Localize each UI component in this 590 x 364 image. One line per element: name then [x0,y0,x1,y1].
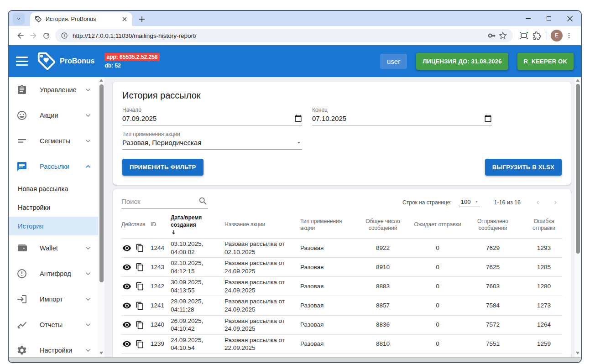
row-errors: 1293 [522,243,569,254]
row-waiting: 0 [412,338,466,349]
sidebar-item-import[interactable]: Импорт [9,286,98,312]
start-date-value[interactable]: 07.09.2025 [122,114,157,122]
new-tab-button[interactable] [136,13,148,25]
column-header[interactable]: Отправлено сообщений [466,218,522,232]
chevron-down-icon [84,295,93,304]
sidebar-scrollbar[interactable] [98,77,104,357]
rows-per-page-value: 100 [461,198,471,205]
column-header[interactable]: Ожидает отправки [412,221,466,229]
search-field[interactable] [121,196,208,209]
copy-mailing-icon[interactable] [136,302,144,310]
row-type: Разовая [300,338,357,349]
window-minimize-button[interactable] [524,15,532,22]
content-scrollbar[interactable] [574,77,581,357]
rows-per-page-select[interactable]: 100 [459,198,480,207]
view-mailing-icon[interactable] [122,339,131,348]
window-maximize-button[interactable] [545,15,553,22]
profile-avatar[interactable]: E [551,30,563,42]
promo-type-value[interactable]: Разовая, Периодическая [122,139,201,146]
view-mailing-icon[interactable] [122,263,131,272]
chevron-down-icon [84,269,93,278]
copy-mailing-icon[interactable] [136,282,144,291]
row-waiting: 0 [412,281,466,292]
column-header[interactable]: Общее число сообщений [357,218,412,232]
url-bar[interactable]: http://127.0.0.1:11030/mailings-history-… [55,29,513,42]
sidebar-item-management[interactable]: Управление [9,77,98,103]
row-errors: 1259 [522,338,569,349]
sidebar-item-wallet[interactable]: Wallet [9,235,98,261]
scroll-down-icon[interactable] [98,350,104,356]
scroll-down-icon[interactable] [574,350,581,356]
row-total: 8836 [357,319,412,330]
sidebar-item-new-mailing[interactable]: Новая рассылка [9,179,98,198]
row-id: 1244 [151,243,171,254]
column-header[interactable]: Действия [121,221,151,229]
copy-mailing-icon[interactable] [136,263,144,271]
view-mailing-icon[interactable] [122,244,131,253]
probonus-logo[interactable]: ProBonus [36,51,94,72]
search-input[interactable] [121,198,198,205]
browser-menu-icon[interactable] [563,29,575,42]
browser-tab[interactable]: История. ProBonus [30,12,132,26]
chevron-down-icon [84,136,93,146]
view-mailing-icon[interactable] [122,282,131,291]
back-icon[interactable] [14,29,27,42]
promo-type-select[interactable]: Тип применения акции Разовая, Периодичес… [122,131,302,150]
bookmark-star-icon[interactable] [497,30,508,41]
sidebar-item-mailing-settings[interactable]: Настройки [9,198,98,217]
view-mailing-icon[interactable] [122,301,131,310]
sidebar-item-promotions[interactable]: Акции [9,103,98,128]
menu-hamburger-icon[interactable] [16,57,28,66]
window-bottom-edge [9,357,581,362]
scroll-up-icon[interactable] [98,77,104,83]
end-date-value[interactable]: 07.10.2025 [312,114,346,122]
calendar-icon[interactable] [484,114,492,122]
sidebar-item-segments[interactable]: Сегменты [9,128,98,154]
tab-close-icon[interactable] [120,15,129,23]
prev-page-icon[interactable] [533,197,543,208]
start-date-field[interactable]: Начало 07.09.2025 [122,107,302,125]
apply-filter-button[interactable]: ПРИМЕНИТЬ ФИЛЬТР [122,159,204,176]
screen-capture-icon[interactable] [517,29,530,42]
window-close-button[interactable] [566,15,574,22]
sidebar-item-history[interactable]: История [9,217,98,235]
column-header[interactable]: Название акции [225,221,300,229]
table-row: 1238 22.09.2025,04:40:22 Разовая рассылк… [121,354,563,357]
export-xlsx-button[interactable]: ВЫГРУЗИТЬ В XLSX [485,159,562,176]
row-id: 1241 [151,300,171,311]
column-header[interactable]: Дата/время создания [171,214,225,235]
calendar-icon[interactable] [294,114,302,122]
copy-mailing-icon[interactable] [136,340,144,348]
copy-mailing-icon[interactable] [136,321,144,329]
sidebar-item-reports[interactable]: Отчеты [9,312,98,338]
rkeeper-status-button[interactable]: R_KEEPER OK [517,53,574,70]
scroll-up-icon[interactable] [574,77,581,83]
row-name: Разовая рассылка от02.10.2025 [225,239,300,257]
view-mailing-icon[interactable] [122,320,131,329]
row-sent: 7572 [466,319,522,330]
search-icon[interactable] [198,196,208,206]
next-page-icon[interactable] [550,197,561,208]
table-header-row: ДействияIDДата/время созданияНазвание ак… [121,214,563,239]
site-info-icon[interactable] [61,32,68,39]
reload-icon[interactable] [40,29,52,42]
sidebar-item-settings[interactable]: Настройки [9,338,98,357]
extensions-puzzle-icon[interactable] [530,29,543,42]
sidebar-item-mailings[interactable]: Рассылки [9,154,98,179]
forward-icon[interactable] [27,29,40,42]
copy-mailing-icon[interactable] [136,244,144,252]
license-button[interactable]: ЛИЦЕНЗИЯ ДО: 31.08.2026 [416,53,508,70]
column-header[interactable]: Тип применения акции [300,218,357,232]
sidebar-item-antifraud[interactable]: Антифрод [9,261,98,286]
password-key-icon[interactable] [486,30,497,41]
row-sent: 7551 [466,338,522,349]
url-text[interactable]: http://127.0.0.1:11030/mailings-history-… [73,32,486,39]
row-created: 30.09.2025,04:13:55 [171,277,225,296]
column-header[interactable]: ID [151,221,171,229]
user-button[interactable]: user [380,54,407,69]
column-header[interactable]: Ошибка отправки [522,218,569,232]
scrollbar-thumb[interactable] [99,84,104,282]
end-date-field[interactable]: Конец 07.10.2025 [312,107,492,125]
tab-search-button[interactable] [13,13,25,25]
scrollbar-thumb[interactable] [576,84,580,254]
